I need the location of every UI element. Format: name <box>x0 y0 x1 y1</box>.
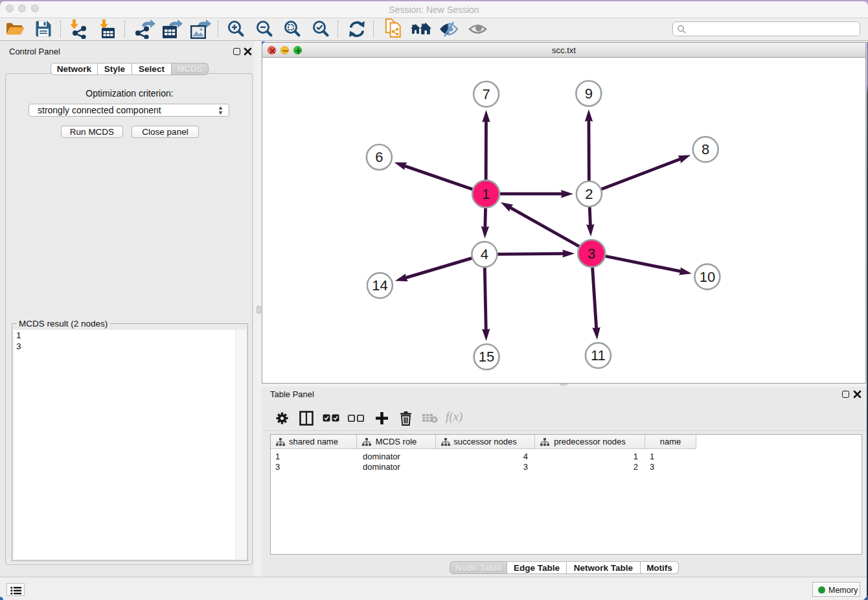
svg-text:15: 15 <box>479 349 494 365</box>
svg-text:1: 1 <box>482 186 490 202</box>
svg-text:3: 3 <box>588 246 595 262</box>
svg-text:4: 4 <box>481 246 488 262</box>
svg-text:9: 9 <box>585 86 593 102</box>
svg-text:2: 2 <box>585 186 593 202</box>
svg-text:10: 10 <box>700 269 715 285</box>
svg-text:11: 11 <box>591 347 606 363</box>
svg-text:14: 14 <box>372 277 387 294</box>
svg-text:7: 7 <box>482 86 490 102</box>
svg-text:6: 6 <box>375 149 383 165</box>
svg-text:8: 8 <box>702 141 709 157</box>
